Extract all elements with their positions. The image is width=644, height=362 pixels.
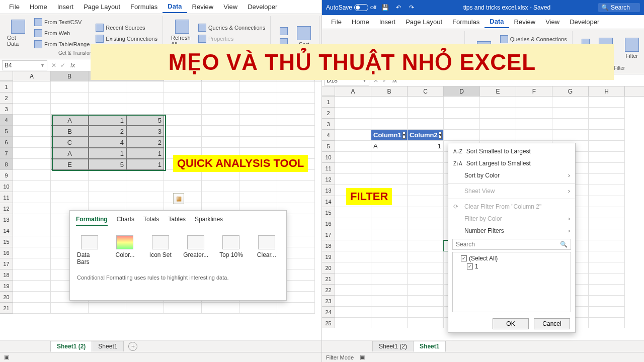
recent-icon <box>96 24 104 32</box>
queries-connections-button[interactable]: Queries & Connections <box>196 23 267 33</box>
from-web-button[interactable]: From Web <box>32 28 92 38</box>
sort-icon <box>297 26 311 40</box>
color-scale-icon <box>116 235 133 249</box>
qa-clear[interactable]: Clear... <box>254 235 279 265</box>
database-icon <box>11 20 25 34</box>
save-icon[interactable]: 💾 <box>381 4 389 12</box>
sheet-tab-1[interactable]: Sheet1 (2) <box>50 341 92 352</box>
qa-tab-sparklines[interactable]: Sparklines <box>195 216 223 226</box>
record-macro-icon[interactable]: ▣ <box>4 354 9 360</box>
quick-analysis-icon[interactable] <box>173 193 184 204</box>
qa-data-bars[interactable]: Data Bars <box>77 235 102 265</box>
tab-developer[interactable]: Developer <box>243 1 282 13</box>
filter-search-input[interactable] <box>456 241 558 248</box>
rtab-file[interactable]: File <box>326 16 347 28</box>
rtab-view[interactable]: View <box>540 16 565 28</box>
quick-analysis-popup: Formatting Charts Totals Tables Sparklin… <box>69 210 287 301</box>
recent-sources-button[interactable]: Recent Sources <box>94 23 159 33</box>
tab-view[interactable]: View <box>218 1 243 13</box>
qa-icon-set[interactable]: Icon Set <box>148 235 173 265</box>
search-box[interactable]: 🔍 Search <box>598 3 640 12</box>
fx-icon[interactable]: fx <box>67 62 78 69</box>
cancel-icon[interactable]: ✕ <box>49 62 58 69</box>
left-status-bar: ▣ <box>0 352 321 362</box>
tab-formulas[interactable]: Formulas <box>125 1 163 13</box>
clear-filter-icon: ⟳ <box>453 203 460 210</box>
search-icon: 🔍 <box>601 4 609 11</box>
get-data-button[interactable]: Get Data <box>6 16 30 50</box>
refresh-icon <box>175 20 189 34</box>
right-sheet-tabs: Sheet1 (2) Sheet1 <box>322 340 644 352</box>
left-sheet-tabs: Sheet1 (2) Sheet1 + <box>0 340 321 352</box>
qa-greater-than[interactable]: Greater... <box>183 235 208 265</box>
select-all-checkbox[interactable]: ✓(Select All) <box>455 254 569 262</box>
window-title: tips and tricks excel.xlsx - Saved <box>421 4 593 11</box>
ok-button[interactable]: OK <box>493 318 529 329</box>
clear-filter: ⟳Clear Filter From "Column 2" <box>448 201 575 213</box>
filter-by-color: Filter by Color› <box>448 213 575 225</box>
qa-tabs: Formatting Charts Totals Tables Sparklin… <box>70 211 286 229</box>
autosave-toggle[interactable]: AutoSave Off <box>326 4 376 11</box>
r-sheet-tab-2[interactable]: Sheet1 <box>413 341 446 352</box>
sort-by-color[interactable]: Sort by Color› <box>448 169 575 182</box>
add-sheet-button[interactable]: + <box>128 342 137 351</box>
sheet-tab-2[interactable]: Sheet1 <box>92 341 124 351</box>
r-filter-button[interactable]: Filter <box>620 31 644 65</box>
table-icon <box>34 40 42 48</box>
number-filters[interactable]: Number Filters› <box>448 225 575 237</box>
from-text-csv-button[interactable]: From Text/CSV <box>32 17 92 27</box>
filter-label: FILTER <box>346 188 392 205</box>
tutorial-title-banner: MẸO VÀ THỦ THUẬT NHỎ EXCEL <box>91 44 614 80</box>
name-box[interactable]: B4▼ <box>2 60 47 70</box>
search-icon: 🔍 <box>560 241 568 248</box>
sort-desc-icon: Z↓A <box>453 161 462 166</box>
sort-asc-button[interactable] <box>278 26 290 36</box>
sort-asc-icon: A↓Z <box>453 149 462 154</box>
sort-largest-smallest[interactable]: Z↓ASort Largest to Smallest <box>448 157 575 169</box>
queries-icon <box>500 35 508 43</box>
toggle-off-icon <box>354 4 368 11</box>
rtab-data[interactable]: Data <box>485 16 509 28</box>
qa-items: Data Bars Color... Icon Set Greater... T… <box>70 229 286 272</box>
sort-asc-icon <box>280 27 288 35</box>
qa-tab-totals[interactable]: Totals <box>143 216 159 226</box>
tab-page-layout[interactable]: Page Layout <box>78 1 125 13</box>
rtab-insert[interactable]: Insert <box>374 16 401 28</box>
redo-icon[interactable]: ↷ <box>408 4 416 12</box>
file-icon <box>34 18 42 26</box>
filter-search[interactable]: 🔍 <box>452 239 571 250</box>
icon-set-icon <box>152 235 169 249</box>
tab-home[interactable]: Home <box>25 1 52 13</box>
filter-value-1[interactable]: ✓1 <box>455 262 569 270</box>
rtab-developer[interactable]: Developer <box>565 16 604 28</box>
sort-smallest-largest[interactable]: A↓ZSort Smallest to Largest <box>448 145 575 157</box>
qa-top-10[interactable]: Top 10% <box>218 235 244 265</box>
qa-tab-charts[interactable]: Charts <box>117 216 134 226</box>
from-table-range-button[interactable]: From Table/Range <box>32 39 92 49</box>
tab-insert[interactable]: Insert <box>52 1 79 13</box>
rtab-review[interactable]: Review <box>509 16 541 28</box>
undo-icon[interactable]: ↶ <box>394 4 403 12</box>
right-status-bar: Filter Mode ▣ <box>322 352 644 362</box>
link-icon <box>96 35 104 43</box>
rtab-home[interactable]: Home <box>347 16 374 28</box>
enter-icon[interactable]: ✓ <box>58 62 67 69</box>
top10-icon <box>222 235 239 249</box>
clear-icon <box>258 235 275 249</box>
greater-icon <box>187 235 204 249</box>
r-sheet-tab-1[interactable]: Sheet1 (2) <box>372 341 414 351</box>
qa-tab-tables[interactable]: Tables <box>168 216 186 226</box>
globe-icon <box>34 29 42 37</box>
record-macro-icon[interactable]: ▣ <box>360 354 365 360</box>
tab-review[interactable]: Review <box>187 1 219 13</box>
existing-connections-button[interactable]: Existing Connections <box>94 34 159 44</box>
cancel-button[interactable]: Cancel <box>534 318 570 329</box>
r-queries-button[interactable]: Queries & Connections <box>498 34 569 44</box>
tab-file[interactable]: File <box>4 1 25 13</box>
qa-color-scale[interactable]: Color... <box>112 235 137 265</box>
qa-tab-formatting[interactable]: Formatting <box>76 216 108 226</box>
rtab-page-layout[interactable]: Page Layout <box>400 16 447 28</box>
filter-values-tree[interactable]: ✓(Select All) ✓1 <box>452 252 571 312</box>
rtab-formulas[interactable]: Formulas <box>447 16 485 28</box>
tab-data[interactable]: Data <box>163 1 187 13</box>
